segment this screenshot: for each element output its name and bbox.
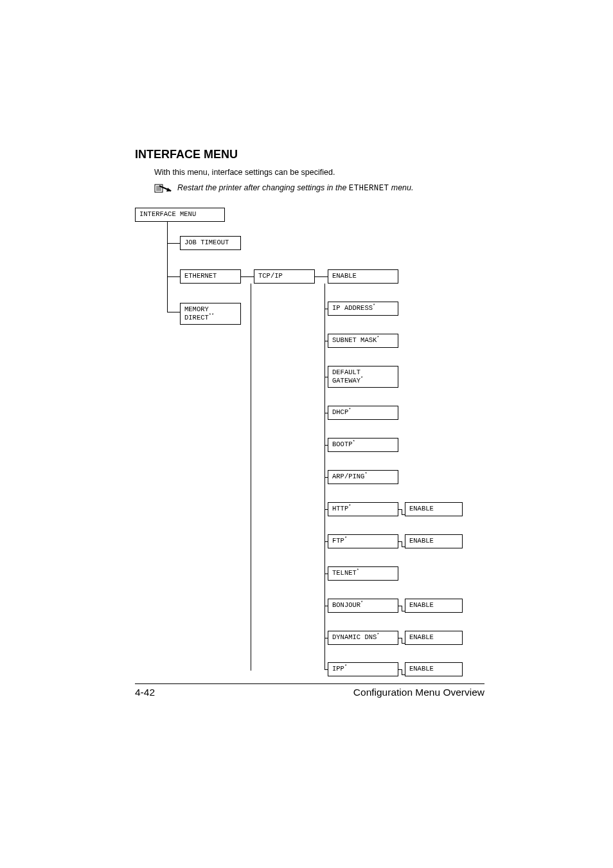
note-icon [154, 183, 172, 196]
box-enable: ENABLE [328, 269, 398, 284]
box-bootp: BOOTP* [328, 438, 398, 452]
label: FTP [332, 537, 344, 545]
box-dhcp: DHCP* [328, 406, 398, 420]
label: MEMORY [184, 305, 209, 313]
connector [315, 276, 328, 277]
box-bonjour: BONJOUR* [328, 599, 398, 613]
box-dynamic-dns-enable: ENABLE [405, 631, 463, 645]
box-tcpip: TCP/IP [254, 269, 315, 284]
sup: * [360, 600, 363, 605]
connector [402, 638, 402, 643]
label: HTTP [332, 505, 348, 512]
connector [167, 222, 168, 312]
connector [167, 312, 180, 312]
label: SUBNET MASK [332, 336, 377, 344]
label: BOOTP [332, 440, 353, 448]
box-interface-menu: INTERFACE MENU [135, 208, 225, 222]
box-ipp-enable: ENABLE [405, 662, 463, 676]
sup: * [344, 536, 347, 541]
box-dynamic-dns: DYNAMIC DNS* [328, 631, 398, 645]
label: ARP/PING [332, 473, 364, 480]
box-default-gateway: DEFAULT GATEWAY* [328, 366, 398, 388]
connector [251, 284, 251, 671]
intro-text: With this menu, interface settings can b… [154, 168, 484, 177]
label: TELNET [332, 569, 357, 577]
svg-rect-0 [155, 185, 163, 192]
sup: * [373, 303, 375, 308]
note-suffix: menu. [389, 183, 413, 192]
sup: * [344, 664, 347, 669]
label: IP ADDRESS [332, 304, 373, 312]
connector [167, 243, 180, 244]
sup: * [353, 439, 355, 444]
box-arp-ping: ARP/PING* [328, 470, 398, 484]
sup: ** [209, 312, 214, 318]
sup: * [360, 375, 363, 381]
box-ipp: IPP* [328, 662, 398, 676]
label: DYNAMIC DNS [332, 633, 377, 641]
box-http: HTTP* [328, 502, 398, 516]
connector [402, 541, 402, 547]
sup: * [377, 335, 379, 340]
box-subnet-mask: SUBNET MASK* [328, 334, 398, 348]
label: DIRECT [184, 314, 209, 321]
box-bonjour-enable: ENABLE [405, 599, 463, 613]
box-ethernet: ETHERNET [180, 269, 241, 284]
box-memory-direct: MEMORY DIRECT** [180, 303, 241, 325]
connector [402, 669, 402, 674]
sup: * [357, 568, 359, 573]
connector [241, 276, 254, 277]
note-mono: ETHERNET [349, 184, 389, 193]
sup: * [348, 503, 351, 509]
footer-title: Configuration Menu Overview [353, 687, 484, 698]
connector [402, 606, 402, 611]
connector [402, 509, 402, 514]
sup: * [364, 471, 367, 476]
note-text: Restart the printer after changing setti… [177, 183, 413, 193]
page-footer: 4-42 Configuration Menu Overview [135, 684, 484, 698]
box-http-enable: ENABLE [405, 502, 463, 516]
note-prefix: Restart the printer after changing setti… [177, 183, 349, 192]
menu-diagram: INTERFACE MENU JOB TIMEOUT ETHERNET MEMO… [135, 208, 484, 671]
connector [324, 284, 325, 669]
label: GATEWAY [332, 377, 360, 384]
box-ip-address: IP ADDRESS* [328, 302, 398, 316]
box-job-timeout: JOB TIMEOUT [180, 236, 241, 250]
label: IPP [332, 665, 344, 673]
box-ftp: FTP* [328, 534, 398, 548]
sup: * [377, 632, 379, 637]
connector [167, 276, 180, 277]
section-heading: INTERFACE MENU [135, 148, 484, 161]
note-row: Restart the printer after changing setti… [154, 183, 484, 196]
sup: * [348, 407, 351, 412]
label: DEFAULT [332, 368, 360, 376]
label: BONJOUR [332, 601, 360, 609]
footer-page-number: 4-42 [135, 687, 155, 698]
label: DHCP [332, 408, 348, 416]
box-ftp-enable: ENABLE [405, 534, 463, 548]
box-telnet: TELNET* [328, 566, 398, 581]
